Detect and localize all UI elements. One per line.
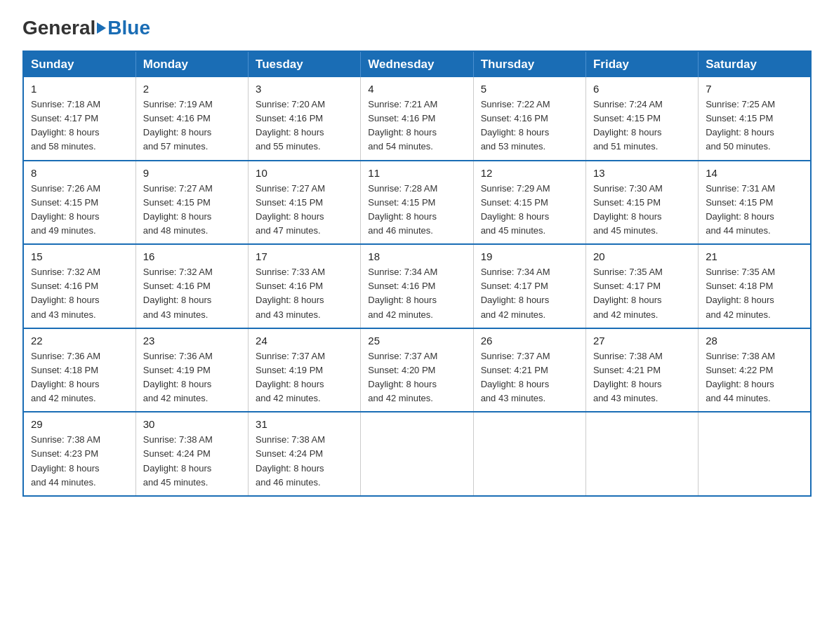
day-number: 24 bbox=[256, 335, 353, 347]
calendar-cell: 6Sunrise: 7:24 AMSunset: 4:15 PMDaylight… bbox=[585, 77, 698, 161]
calendar-cell bbox=[473, 412, 585, 496]
calendar-cell: 13Sunrise: 7:30 AMSunset: 4:15 PMDayligh… bbox=[585, 161, 698, 245]
weekday-header-row: Sunday Monday Tuesday Wednesday Thursday… bbox=[23, 51, 811, 77]
calendar-cell: 7Sunrise: 7:25 AMSunset: 4:15 PMDaylight… bbox=[699, 77, 811, 161]
calendar-cell: 16Sunrise: 7:32 AMSunset: 4:16 PMDayligh… bbox=[135, 244, 248, 328]
calendar-table: Sunday Monday Tuesday Wednesday Thursday… bbox=[22, 51, 812, 497]
day-number: 22 bbox=[31, 335, 128, 347]
day-number: 30 bbox=[143, 418, 241, 430]
day-number: 9 bbox=[143, 167, 241, 179]
calendar-cell: 12Sunrise: 7:29 AMSunset: 4:15 PMDayligh… bbox=[473, 161, 585, 245]
calendar-cell: 31Sunrise: 7:38 AMSunset: 4:24 PMDayligh… bbox=[249, 412, 361, 496]
calendar-week-row: 1Sunrise: 7:18 AMSunset: 4:17 PMDaylight… bbox=[23, 77, 811, 161]
day-info: Sunrise: 7:31 AMSunset: 4:15 PMDaylight:… bbox=[706, 182, 803, 239]
day-info: Sunrise: 7:37 AMSunset: 4:21 PMDaylight:… bbox=[481, 349, 578, 406]
calendar-cell: 24Sunrise: 7:37 AMSunset: 4:19 PMDayligh… bbox=[249, 328, 361, 412]
logo-blue-text: Blue bbox=[107, 17, 150, 39]
calendar-cell bbox=[585, 412, 698, 496]
calendar-cell bbox=[361, 412, 473, 496]
calendar-cell: 5Sunrise: 7:22 AMSunset: 4:16 PMDaylight… bbox=[473, 77, 585, 161]
day-info: Sunrise: 7:22 AMSunset: 4:16 PMDaylight:… bbox=[481, 98, 578, 154]
day-number: 14 bbox=[706, 167, 803, 179]
day-info: Sunrise: 7:38 AMSunset: 4:23 PMDaylight:… bbox=[31, 433, 128, 490]
calendar-cell: 27Sunrise: 7:38 AMSunset: 4:21 PMDayligh… bbox=[585, 328, 698, 412]
day-number: 4 bbox=[368, 83, 465, 95]
logo-triangle-icon bbox=[97, 22, 106, 34]
logo-general-text: General bbox=[22, 17, 95, 39]
day-number: 26 bbox=[481, 335, 578, 347]
calendar-cell: 29Sunrise: 7:38 AMSunset: 4:23 PMDayligh… bbox=[23, 412, 135, 496]
day-info: Sunrise: 7:27 AMSunset: 4:15 PMDaylight:… bbox=[143, 182, 241, 239]
day-number: 11 bbox=[368, 167, 465, 179]
calendar-cell: 30Sunrise: 7:38 AMSunset: 4:24 PMDayligh… bbox=[135, 412, 248, 496]
calendar-cell: 19Sunrise: 7:34 AMSunset: 4:17 PMDayligh… bbox=[473, 244, 585, 328]
day-info: Sunrise: 7:19 AMSunset: 4:16 PMDaylight:… bbox=[143, 98, 241, 154]
calendar-cell: 14Sunrise: 7:31 AMSunset: 4:15 PMDayligh… bbox=[699, 161, 811, 245]
header-tuesday: Tuesday bbox=[249, 51, 361, 77]
day-info: Sunrise: 7:37 AMSunset: 4:20 PMDaylight:… bbox=[368, 349, 465, 406]
calendar-week-row: 8Sunrise: 7:26 AMSunset: 4:15 PMDaylight… bbox=[23, 161, 811, 245]
day-info: Sunrise: 7:21 AMSunset: 4:16 PMDaylight:… bbox=[368, 98, 465, 154]
day-number: 31 bbox=[256, 418, 353, 430]
day-info: Sunrise: 7:35 AMSunset: 4:17 PMDaylight:… bbox=[593, 265, 691, 322]
day-info: Sunrise: 7:38 AMSunset: 4:24 PMDaylight:… bbox=[256, 433, 353, 490]
calendar-cell: 22Sunrise: 7:36 AMSunset: 4:18 PMDayligh… bbox=[23, 328, 135, 412]
calendar-week-row: 29Sunrise: 7:38 AMSunset: 4:23 PMDayligh… bbox=[23, 412, 811, 496]
header-sunday: Sunday bbox=[23, 51, 135, 77]
day-number: 3 bbox=[256, 83, 353, 95]
day-number: 17 bbox=[256, 250, 353, 262]
day-info: Sunrise: 7:37 AMSunset: 4:19 PMDaylight:… bbox=[256, 349, 353, 406]
calendar-cell: 10Sunrise: 7:27 AMSunset: 4:15 PMDayligh… bbox=[249, 161, 361, 245]
day-info: Sunrise: 7:18 AMSunset: 4:17 PMDaylight:… bbox=[31, 98, 128, 154]
day-info: Sunrise: 7:36 AMSunset: 4:18 PMDaylight:… bbox=[31, 349, 128, 406]
calendar-cell bbox=[699, 412, 811, 496]
calendar-cell: 4Sunrise: 7:21 AMSunset: 4:16 PMDaylight… bbox=[361, 77, 473, 161]
calendar-cell: 20Sunrise: 7:35 AMSunset: 4:17 PMDayligh… bbox=[585, 244, 698, 328]
day-info: Sunrise: 7:34 AMSunset: 4:17 PMDaylight:… bbox=[481, 265, 578, 322]
day-number: 19 bbox=[481, 250, 578, 262]
calendar-cell: 11Sunrise: 7:28 AMSunset: 4:15 PMDayligh… bbox=[361, 161, 473, 245]
day-info: Sunrise: 7:25 AMSunset: 4:15 PMDaylight:… bbox=[706, 98, 803, 154]
day-info: Sunrise: 7:38 AMSunset: 4:21 PMDaylight:… bbox=[593, 349, 691, 406]
day-number: 5 bbox=[481, 83, 578, 95]
day-number: 18 bbox=[368, 250, 465, 262]
logo: GeneralBlue bbox=[22, 17, 150, 39]
day-number: 15 bbox=[31, 250, 128, 262]
day-info: Sunrise: 7:28 AMSunset: 4:15 PMDaylight:… bbox=[368, 182, 465, 239]
day-info: Sunrise: 7:32 AMSunset: 4:16 PMDaylight:… bbox=[31, 265, 128, 322]
calendar-cell: 25Sunrise: 7:37 AMSunset: 4:20 PMDayligh… bbox=[361, 328, 473, 412]
day-number: 2 bbox=[143, 83, 241, 95]
day-number: 8 bbox=[31, 167, 128, 179]
day-number: 13 bbox=[593, 167, 691, 179]
header-thursday: Thursday bbox=[473, 51, 585, 77]
calendar-cell: 9Sunrise: 7:27 AMSunset: 4:15 PMDaylight… bbox=[135, 161, 248, 245]
day-info: Sunrise: 7:36 AMSunset: 4:19 PMDaylight:… bbox=[143, 349, 241, 406]
calendar-cell: 23Sunrise: 7:36 AMSunset: 4:19 PMDayligh… bbox=[135, 328, 248, 412]
day-info: Sunrise: 7:26 AMSunset: 4:15 PMDaylight:… bbox=[31, 182, 128, 239]
day-info: Sunrise: 7:29 AMSunset: 4:15 PMDaylight:… bbox=[481, 182, 578, 239]
day-number: 27 bbox=[593, 335, 691, 347]
calendar-cell: 8Sunrise: 7:26 AMSunset: 4:15 PMDaylight… bbox=[23, 161, 135, 245]
day-number: 1 bbox=[31, 83, 128, 95]
page: GeneralBlue Sunday Monday Tuesday Wednes… bbox=[0, 0, 834, 519]
calendar-cell: 17Sunrise: 7:33 AMSunset: 4:16 PMDayligh… bbox=[249, 244, 361, 328]
day-info: Sunrise: 7:24 AMSunset: 4:15 PMDaylight:… bbox=[593, 98, 691, 154]
header-saturday: Saturday bbox=[699, 51, 811, 77]
header-friday: Friday bbox=[585, 51, 698, 77]
calendar-cell: 1Sunrise: 7:18 AMSunset: 4:17 PMDaylight… bbox=[23, 77, 135, 161]
day-info: Sunrise: 7:27 AMSunset: 4:15 PMDaylight:… bbox=[256, 182, 353, 239]
calendar-cell: 2Sunrise: 7:19 AMSunset: 4:16 PMDaylight… bbox=[135, 77, 248, 161]
day-number: 20 bbox=[593, 250, 691, 262]
header: GeneralBlue bbox=[22, 17, 812, 39]
day-info: Sunrise: 7:38 AMSunset: 4:24 PMDaylight:… bbox=[143, 433, 241, 490]
day-info: Sunrise: 7:34 AMSunset: 4:16 PMDaylight:… bbox=[368, 265, 465, 322]
day-number: 25 bbox=[368, 335, 465, 347]
day-info: Sunrise: 7:30 AMSunset: 4:15 PMDaylight:… bbox=[593, 182, 691, 239]
day-number: 7 bbox=[706, 83, 803, 95]
day-info: Sunrise: 7:38 AMSunset: 4:22 PMDaylight:… bbox=[706, 349, 803, 406]
calendar-cell: 3Sunrise: 7:20 AMSunset: 4:16 PMDaylight… bbox=[249, 77, 361, 161]
day-info: Sunrise: 7:35 AMSunset: 4:18 PMDaylight:… bbox=[706, 265, 803, 322]
day-number: 28 bbox=[706, 335, 803, 347]
day-number: 16 bbox=[143, 250, 241, 262]
calendar-cell: 15Sunrise: 7:32 AMSunset: 4:16 PMDayligh… bbox=[23, 244, 135, 328]
